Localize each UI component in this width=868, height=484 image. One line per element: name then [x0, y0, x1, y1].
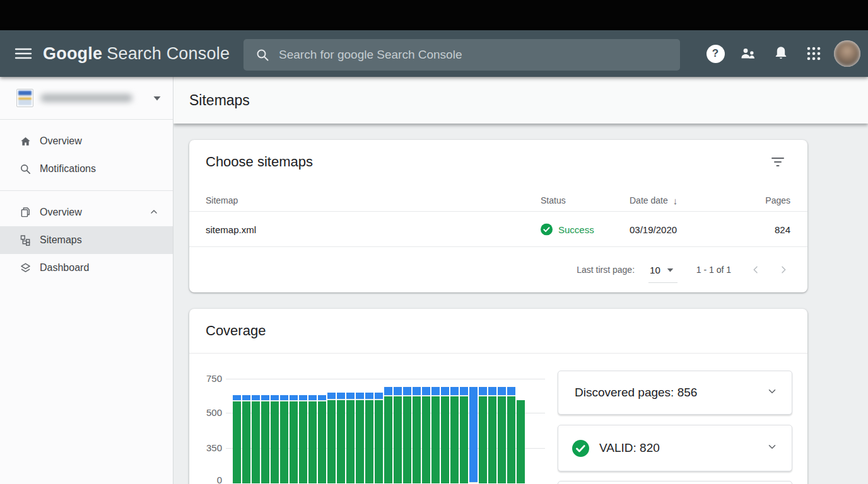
- chart-bar: [337, 393, 345, 483]
- column-header-status[interactable]: Status: [541, 195, 566, 205]
- next-page-button[interactable]: [777, 263, 790, 277]
- bar-segment-valid: [318, 401, 326, 483]
- sidebar-item-overview[interactable]: Overview: [0, 127, 173, 155]
- chart-bar: [252, 395, 260, 483]
- divider: [189, 353, 807, 354]
- bar-segment-valid: [403, 396, 411, 483]
- property-selector[interactable]: [0, 77, 173, 120]
- hamburger-menu-icon[interactable]: [13, 44, 34, 63]
- bar-segment-valid: [479, 396, 487, 483]
- bar-segment-valid: [413, 396, 421, 483]
- caret-down-icon: [667, 268, 674, 272]
- chart-bar: [308, 395, 317, 483]
- chart-bar: [431, 387, 440, 483]
- avatar-photo-blurred: [834, 40, 860, 67]
- column-header-pages[interactable]: Pages: [765, 195, 790, 205]
- bar-segment-discovered: [498, 387, 506, 396]
- bar-segment-discovered: [242, 395, 250, 401]
- apps-grid-button[interactable]: [801, 41, 826, 66]
- rows-per-page-select[interactable]: 10: [650, 265, 674, 275]
- apps-grid-icon: [805, 45, 823, 62]
- bar-segment-discovered: [460, 387, 468, 396]
- sidebar-item-motifications[interactable]: Motifications: [0, 155, 173, 183]
- bar-segment-discovered: [394, 387, 402, 396]
- previous-page-button[interactable]: [749, 263, 763, 277]
- chevron-right-icon: [778, 265, 789, 275]
- bar-segment-valid: [280, 401, 288, 483]
- bar-segment-discovered: [479, 387, 487, 396]
- chart-bar: [375, 393, 383, 483]
- chart-bar: [290, 395, 298, 483]
- chart-bars: [233, 378, 529, 480]
- chart-bar: [327, 393, 336, 483]
- search-input[interactable]: [279, 48, 672, 62]
- sort-descending-icon: ↓: [673, 195, 678, 205]
- bar-segment-discovered: [337, 393, 345, 400]
- property-favicon: [16, 89, 33, 107]
- y-axis-tick: 350: [194, 442, 222, 454]
- chart-bar: [450, 387, 459, 483]
- chart-bar: [441, 387, 449, 483]
- bar-segment-discovered: [290, 395, 298, 401]
- help-button[interactable]: ?: [703, 41, 728, 66]
- chevron-down-icon: [766, 386, 778, 400]
- chevron-left-icon: [751, 265, 761, 275]
- logo-product: Search Console: [107, 44, 230, 63]
- bar-segment-valid: [242, 401, 250, 483]
- cell-date: 03/19/2020: [630, 224, 677, 234]
- bar-segment-valid: [290, 401, 298, 483]
- home-icon: [18, 134, 32, 148]
- chart-bar: [233, 395, 241, 483]
- chart-bar: [488, 387, 496, 483]
- chart-bar: [517, 400, 525, 483]
- feedback-users-button[interactable]: [736, 41, 761, 66]
- bar-segment-discovered: [413, 387, 421, 396]
- column-header-sitemap[interactable]: Sitemap: [206, 195, 238, 205]
- filter-button[interactable]: [770, 154, 786, 170]
- coverage-card: Coverage 750 500 350 0 Discovered pages:…: [189, 309, 807, 484]
- property-name-redacted: [40, 94, 132, 102]
- chart-bar: [460, 387, 468, 483]
- column-header-date[interactable]: Date date ↓: [630, 195, 677, 205]
- bar-segment-valid: [308, 401, 317, 483]
- sidebar-item-label: Overview: [40, 135, 82, 147]
- pagination-range: 1 - 1 of 1: [696, 265, 731, 275]
- bar-segment-valid: [299, 401, 307, 483]
- sidebar-item-label: Dashboard: [40, 262, 89, 274]
- bar-segment-valid: [441, 396, 449, 483]
- bell-icon: [773, 45, 789, 62]
- column-header-date-label: Date date: [630, 195, 668, 205]
- chart-bar: [422, 387, 430, 483]
- chart-bar: [384, 387, 392, 483]
- bar-segment-discovered: [365, 393, 373, 400]
- y-axis-tick: 750: [194, 373, 222, 384]
- sitemap-icon: [18, 233, 32, 247]
- user-avatar[interactable]: [834, 40, 860, 67]
- bar-segment-valid: [233, 401, 241, 483]
- bar-segment-valid: [252, 401, 260, 483]
- discovered-pages-label: Discovered pages: 856: [575, 386, 697, 400]
- notifications-button[interactable]: [768, 41, 794, 66]
- bar-segment-discovered: [346, 393, 355, 400]
- sidebar-item-sitemaps[interactable]: Sitemaps: [0, 226, 173, 254]
- bar-segment-valid: [507, 396, 515, 483]
- bar-segment-valid: [261, 401, 269, 483]
- table-row[interactable]: sitemap.xml Success 03/19/2020 824: [189, 212, 807, 247]
- bar-segment-valid: [327, 400, 336, 483]
- people-icon: [738, 45, 758, 62]
- valid-pages-label: VALID: 820: [599, 441, 660, 455]
- global-search-bar[interactable]: [243, 39, 680, 71]
- next-expander-partial[interactable]: [558, 481, 792, 484]
- sidebar-item-dashboard[interactable]: Dashboard: [0, 254, 173, 282]
- bar-segment-discovered: [308, 395, 317, 401]
- discovered-pages-expander[interactable]: Discovered pages: 856: [558, 371, 792, 415]
- sidebar-item-overview-group[interactable]: Overview: [0, 199, 173, 226]
- bar-segment-valid: [271, 401, 279, 483]
- app-logo: GoogleSearch Console: [43, 44, 230, 64]
- chart-bar: [498, 387, 506, 483]
- chart-bar: [271, 395, 279, 483]
- valid-pages-expander[interactable]: VALID: 820: [558, 425, 792, 471]
- cell-status: Success: [541, 223, 594, 235]
- chevron-down-icon: [766, 441, 778, 455]
- valid-check-icon: [572, 440, 589, 457]
